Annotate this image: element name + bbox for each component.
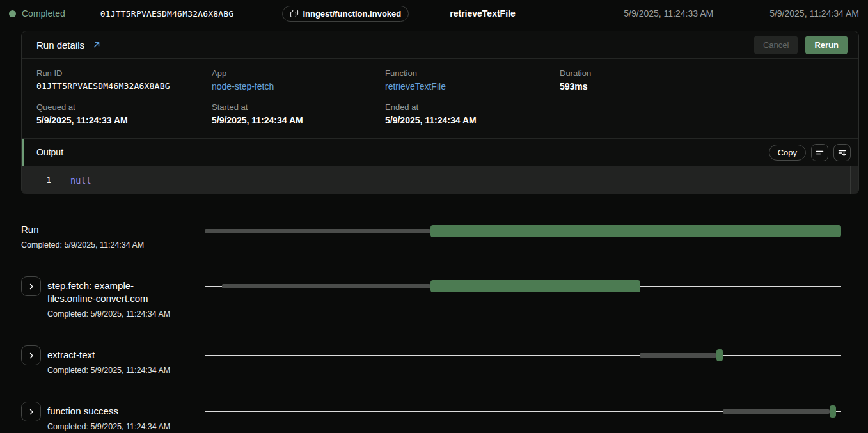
field-value: 593ms [560, 81, 844, 91]
run-duration-bar[interactable] [430, 225, 841, 237]
trace-run-completed: Completed: 5/9/2025, 11:24:34 AM [21, 240, 205, 249]
follow-output-button[interactable] [833, 144, 851, 161]
chevron-right-icon [28, 352, 35, 359]
line-number: 1 [22, 175, 51, 185]
step-duration-bar[interactable] [430, 280, 640, 292]
panel-header: Run details Cancel Rerun [22, 31, 858, 59]
external-link-icon[interactable] [92, 40, 101, 49]
field-value: 5/9/2025, 11:24:34 AM [212, 115, 385, 125]
field-value: 5/9/2025, 11:24:33 AM [36, 115, 212, 125]
timeline-baseline [205, 355, 841, 356]
chevron-right-icon [28, 408, 35, 416]
cancel-button[interactable]: Cancel [754, 36, 798, 54]
field-queued-at: Queued at 5/9/2025, 11:24:33 AM [36, 102, 212, 125]
trace-run-row[interactable]: Run Completed: 5/9/2025, 11:24:34 AM [21, 224, 841, 249]
field-value: 01JTT5RPVAESDM46M32A6X8ABG [36, 81, 212, 91]
run-metadata: Run ID 01JTT5RPVAESDM46M32A6X8ABG App no… [22, 59, 858, 138]
page-title: Run details [36, 40, 84, 51]
function-name: retrieveTextFile [450, 8, 515, 19]
field-label: Duration [560, 68, 844, 78]
run-details-panel: Run details Cancel Rerun Run ID 01JTT5RP… [21, 31, 859, 194]
step-queued-bar [222, 284, 430, 288]
field-started-at: Started at 5/9/2025, 11:24:34 AM [212, 102, 385, 125]
step-completed: Completed: 5/9/2025, 11:24:34 AM [47, 422, 182, 431]
step-queued-bar [640, 353, 716, 358]
function-link[interactable]: retrieveTextFile [385, 81, 560, 91]
step-duration-marker[interactable] [830, 405, 836, 418]
step-timeline [205, 280, 841, 292]
trace-step-row[interactable]: function success Completed: 5/9/2025, 11… [21, 402, 841, 431]
expand-step-button[interactable] [21, 276, 41, 296]
field-value: 5/9/2025, 11:24:34 AM [385, 115, 560, 125]
event-badge-label: inngest/function.invoked [303, 9, 401, 19]
field-app: App node-step-fetch [212, 68, 385, 91]
step-timeline [205, 349, 841, 361]
step-timeline [205, 405, 841, 418]
output-status-stripe [22, 139, 24, 166]
code-scrollbar[interactable] [850, 166, 858, 194]
output-value: null [70, 175, 91, 185]
rerun-button[interactable]: Rerun [805, 36, 848, 54]
step-title: extract-text [47, 349, 182, 361]
trace-step-row[interactable]: extract-text Completed: 5/9/2025, 11:24:… [21, 345, 841, 375]
trace-run-label: Run [21, 224, 205, 235]
step-title: step.fetch: example-files.online-convert… [47, 279, 182, 305]
field-label: Function [385, 68, 560, 78]
run-queued-bar [205, 229, 430, 233]
step-duration-marker[interactable] [716, 349, 723, 361]
copy-button[interactable]: Copy [769, 145, 806, 161]
output-header: Output Copy [22, 138, 858, 166]
step-title: function success [47, 405, 182, 418]
app-link[interactable]: node-step-fetch [212, 81, 385, 91]
field-label: Run ID [36, 68, 212, 78]
started-timestamp: 5/9/2025, 11:24:34 AM [769, 8, 859, 19]
expand-step-button[interactable] [21, 345, 41, 365]
field-duration: Duration 593ms [560, 68, 844, 91]
run-id: 01JTT5RPVAESDM46M32A6X8ABG [100, 9, 234, 19]
step-queued-bar [723, 409, 830, 414]
chevron-right-icon [28, 283, 35, 290]
duplicate-squares-icon [290, 9, 299, 18]
queued-timestamp: 5/9/2025, 11:24:33 AM [624, 8, 713, 19]
field-label: Ended at [385, 102, 560, 112]
field-run-id: Run ID 01JTT5RPVAESDM46M32A6X8ABG [36, 68, 212, 91]
expand-step-button[interactable] [21, 402, 41, 421]
output-title: Output [36, 147, 63, 157]
lines-arrow-down-icon [837, 148, 847, 157]
trace-timeline: Run Completed: 5/9/2025, 11:24:34 AM ste… [21, 224, 841, 431]
field-function: Function retrieveTextFile [385, 68, 560, 91]
step-completed: Completed: 5/9/2025, 11:24:34 AM [47, 366, 182, 375]
event-badge[interactable]: inngest/function.invoked [282, 6, 409, 22]
run-status: Completed [22, 8, 65, 19]
step-completed: Completed: 5/9/2025, 11:24:34 AM [47, 310, 182, 319]
field-label: App [212, 68, 385, 78]
run-timeline [205, 225, 841, 237]
field-label: Queued at [36, 102, 212, 112]
run-summary-bar[interactable]: Completed 01JTT5RPVAESDM46M32A6X8ABG inn… [0, 0, 868, 27]
text-lines-icon [815, 148, 825, 157]
field-label: Started at [212, 102, 385, 112]
status-dot-icon [9, 10, 16, 17]
wrap-lines-button[interactable] [811, 144, 828, 161]
field-ended-at: Ended at 5/9/2025, 11:24:34 AM [385, 102, 560, 125]
output-code-viewer[interactable]: 1 null [22, 166, 858, 194]
trace-step-row[interactable]: step.fetch: example-files.online-convert… [21, 276, 841, 319]
